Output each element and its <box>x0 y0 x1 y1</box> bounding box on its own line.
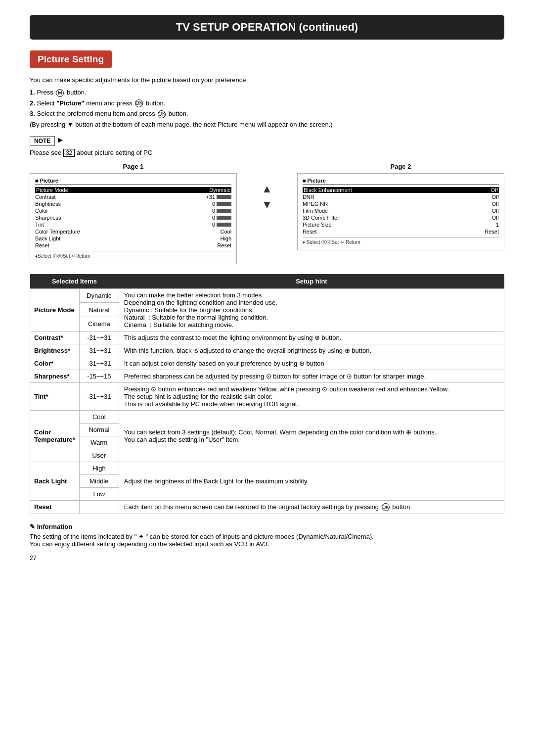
page2-block: Page 2 ■ Picture Black EnhancementOff DN… <box>297 163 504 250</box>
ok-button-icon-3: OK <box>158 110 166 118</box>
page2-footer: ♦ Select ⓄⓀSet ↩ Return <box>303 237 499 246</box>
note-page-ref: 32 <box>63 149 75 157</box>
page1-row-8: ResetReset <box>35 242 231 248</box>
item-value-middle: Middle <box>79 474 119 487</box>
page2-row-4: 3D Comb FilterOff <box>303 215 499 221</box>
page1-menu-title: ■ Picture <box>35 178 231 185</box>
item-hint-backlight: Adjust the brightness of the Back Light … <box>119 462 504 500</box>
note-label: NOTE <box>30 136 55 146</box>
item-value-natural: Natural <box>79 303 119 317</box>
page-header: TV SETUP OPERATION (continued) <box>30 15 504 40</box>
page2-row-6: ResetReset <box>303 229 499 235</box>
page2-row-3: Film ModeOff <box>303 208 499 214</box>
item-label-tint: Tint* <box>30 382 80 410</box>
item-value-sharpness: -15~+15 <box>79 370 119 382</box>
item-hint-picture-mode: You can make the better selection from 3… <box>119 288 504 331</box>
item-hint-tint: Pressing ⊙ button enhances red and weake… <box>119 382 504 410</box>
item-hint-brightness: With this function, black is adjusted to… <box>119 344 504 357</box>
step-1: 1. Press M button. <box>30 89 504 97</box>
page2-row-5: Picture Size1 <box>303 222 499 228</box>
item-value-dynamic: Dynamic <box>79 288 119 303</box>
page1-row-6: Color TemperatureCool <box>35 229 231 235</box>
item-hint-contrast: This adjusts the contrast to meet the li… <box>119 331 504 344</box>
by-pressing-text: (By pressing ▼ button at the bottom of e… <box>30 121 504 128</box>
item-value-normal: Normal <box>79 423 119 436</box>
page2-row-0: Black EnhancementOff <box>303 187 499 193</box>
page2-menu-title: ■ Picture <box>303 178 499 185</box>
page2-row-1: DNROff <box>303 194 499 200</box>
item-hint-color: It can adjust color density based on you… <box>119 357 504 370</box>
item-value-reset <box>79 500 119 514</box>
step-3: 3. Select the preferred menu item and pr… <box>30 110 504 118</box>
table-row: Sharpness* -15~+15 Preferred sharpness c… <box>30 370 504 382</box>
table-row: Color* -31~+31 It can adjust color densi… <box>30 357 504 370</box>
header-title: TV SETUP OPERATION (continued) <box>176 21 358 33</box>
item-value-color: -31~+31 <box>79 357 119 370</box>
table-row: Brightness* -31~+31 With this function, … <box>30 344 504 357</box>
item-value-brightness: -31~+31 <box>79 344 119 357</box>
page-arrow: ▲ ▼ <box>257 163 277 211</box>
steps-container: 1. Press M button. 2. Select "Picture" m… <box>30 89 504 118</box>
information-title: Information <box>30 523 504 530</box>
page1-label: Page 1 <box>30 163 237 170</box>
information-line-2: You can enjoy different setting dependin… <box>30 540 504 548</box>
item-value-contrast: -31~+31 <box>79 331 119 344</box>
settings-table: Selected Items Setup hint Picture Mode D… <box>30 274 504 515</box>
section-title: Picture Setting <box>30 50 112 68</box>
item-label-color: Color* <box>30 357 80 370</box>
page1-row-4: Sharpness0 <box>35 215 231 221</box>
page1-row-0: Picture ModeDynmaic <box>35 187 231 193</box>
menu-button-icon: M <box>56 89 64 97</box>
note-box-container: NOTE ▶ <box>30 132 504 148</box>
item-label-backlight: Back Light <box>30 462 80 500</box>
item-value-cool: Cool <box>79 410 119 423</box>
table-row: Color Temperature* Cool You can select f… <box>30 410 504 423</box>
item-hint-reset: Each item on this menu screen can be res… <box>119 500 504 514</box>
item-label-reset: Reset <box>30 500 80 514</box>
table-row: Reset Each item on this menu screen can … <box>30 500 504 514</box>
page1-row-3: Color0 <box>35 208 231 214</box>
page1-row-1: Contrast+31 <box>35 194 231 200</box>
item-label-color-temp: Color Temperature* <box>30 410 80 462</box>
col1-header: Selected Items <box>30 274 119 289</box>
col2-header: Setup hint <box>119 274 504 289</box>
item-value-cinema: Cinema <box>79 317 119 331</box>
page1-footer: ♦Select ⓄⓀSet ↩Return <box>35 251 231 260</box>
information-section: Information The setting of the items ind… <box>30 523 504 548</box>
page1-row-7: Back LightHigh <box>35 236 231 241</box>
item-label-contrast: Contrast* <box>30 331 80 344</box>
item-value-high: High <box>79 462 119 474</box>
intro-text: You can make specific adjustments for th… <box>30 76 504 84</box>
page2-label: Page 2 <box>297 163 504 170</box>
item-label-picture-mode: Picture Mode <box>30 288 80 331</box>
item-hint-color-temp: You can select from 3 settings (default)… <box>119 410 504 462</box>
item-label-sharpness: Sharpness* <box>30 370 80 382</box>
item-hint-sharpness: Preferred sharpness can be adjusted by p… <box>119 370 504 382</box>
information-line-1: The setting of the items indicated by " … <box>30 533 504 540</box>
item-value-low: Low <box>79 487 119 500</box>
pages-diagrams: Page 1 ■ Picture Picture ModeDynmaic Con… <box>30 163 504 264</box>
page1-block: Page 1 ■ Picture Picture ModeDynmaic Con… <box>30 163 237 264</box>
item-label-brightness: Brightness* <box>30 344 80 357</box>
table-row: Contrast* -31~+31 This adjusts the contr… <box>30 331 504 344</box>
page2-row-2: MPEG NROff <box>303 201 499 207</box>
ok-button-icon-2: OK <box>135 99 143 107</box>
item-value-tint: -31~+31 <box>79 382 119 410</box>
page2-menu-screen: ■ Picture Black EnhancementOff DNROff MP… <box>297 173 504 250</box>
page1-menu-screen: ■ Picture Picture ModeDynmaic Contrast+3… <box>30 173 237 264</box>
table-row: Picture Mode Dynamic You can make the be… <box>30 288 504 303</box>
page-number: 27 <box>30 555 504 562</box>
note-line: Please see 32 about picture setting of P… <box>30 149 504 157</box>
table-row: Back Light High Adjust the brightness of… <box>30 462 504 474</box>
note-arrow: ▶ <box>58 136 63 143</box>
step-2: 2. Select "Picture" menu and press OK bu… <box>30 99 504 108</box>
page1-row-2: Brightness0 <box>35 201 231 207</box>
item-value-user: User <box>79 449 119 462</box>
ok-icon-reset: OK <box>382 503 390 511</box>
page1-row-5: Tint0 <box>35 222 231 228</box>
table-row: Tint* -31~+31 Pressing ⊙ button enhances… <box>30 382 504 410</box>
item-value-warm: Warm <box>79 436 119 449</box>
